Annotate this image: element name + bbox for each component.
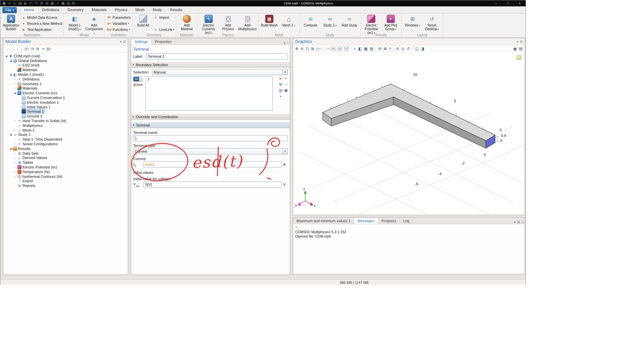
collapsed-arrow-icon[interactable]: ▷ bbox=[13, 166, 17, 168]
tab-progress[interactable]: Progress bbox=[378, 218, 400, 224]
open-file-icon[interactable]: ▭ bbox=[7, 1, 12, 6]
tree-item-definitions[interactable]: ▷≡Definitions bbox=[3, 77, 128, 82]
view-xy-icon[interactable]: xy bbox=[331, 47, 335, 51]
tree-item-initial-values-1[interactable]: Initial Values 1 bbox=[3, 105, 128, 109]
environment-icon[interactable]: ▤ bbox=[370, 46, 373, 51]
add-plot-group-button[interactable]: +Add Plot Group ▾ bbox=[381, 14, 400, 33]
hide-selected-icon[interactable]: ⊘ bbox=[396, 46, 399, 51]
tree-item-reports[interactable]: ▤Reports bbox=[3, 183, 128, 188]
active-toggle[interactable]: ON bbox=[133, 77, 142, 82]
panel-menu-icon[interactable]: ▾ bbox=[283, 41, 285, 45]
zoom-extents-icon[interactable]: ⊞ bbox=[311, 46, 314, 51]
selection-list-item[interactable]: 7 bbox=[146, 77, 272, 82]
add-multiphysics-button[interactable]: Add Multiphysics bbox=[238, 14, 257, 33]
tree-item-materials[interactable]: ▷Materials bbox=[3, 86, 128, 91]
duplicate-icon[interactable]: ▦ bbox=[50, 1, 55, 6]
add-to-selection-icon[interactable]: + bbox=[285, 77, 287, 80]
collapsed-arrow-icon[interactable]: ▷ bbox=[13, 78, 17, 81]
graphics-canvas[interactable]: 10500.400-2-4-6 z y x bbox=[293, 52, 525, 215]
transparency-all-icon[interactable]: ◫ bbox=[415, 46, 419, 51]
go-to-node-icon[interactable]: ⇥ bbox=[41, 47, 44, 51]
tree-item-esd-esd[interactable]: ∿ESD (esd) bbox=[3, 63, 128, 68]
electric-potential-ec-button[interactable]: Electric Potential (ec) ▾ bbox=[362, 14, 381, 33]
panel-detach-icon[interactable]: ⊟ bbox=[123, 40, 126, 43]
tab-properties[interactable]: Properties bbox=[152, 39, 175, 45]
mesh-1-button[interactable]: △Mesh 1 ▾ bbox=[279, 14, 298, 33]
zoom-in-icon[interactable]: ⊕ bbox=[295, 46, 299, 51]
application-builder-button[interactable]: AApplication Builder bbox=[2, 14, 20, 33]
tree-item-global-definitions[interactable]: ◢Global Definitions bbox=[3, 58, 128, 63]
create-selection-icon[interactable]: ▸ bbox=[280, 77, 282, 80]
model-tree-columns-icon[interactable]: ▥▾ bbox=[46, 47, 51, 51]
move-down-icon[interactable]: ↓ bbox=[21, 47, 23, 51]
go-to-default-view-icon[interactable]: ◇▾ bbox=[316, 46, 321, 51]
ribbon-tab-definitions[interactable]: Definitions bbox=[38, 6, 63, 13]
tab-maximum-and-minimum-values-1[interactable]: Maximum and minimum values 1 bbox=[293, 218, 354, 224]
tree-item-study-1[interactable]: ◢∞Study 1 bbox=[3, 133, 128, 137]
view-unhide-all-icon[interactable]: ◎ bbox=[401, 46, 405, 51]
section-boundary-selection[interactable]: ▾ Boundary Selection bbox=[131, 61, 290, 68]
collapsed-arrow-icon[interactable]: ▷ bbox=[13, 143, 17, 145]
functions-button[interactable]: f(x)Functions▾ bbox=[106, 27, 130, 32]
import-button[interactable]: ⇩Import bbox=[153, 15, 174, 20]
initial-voltage-input[interactable] bbox=[144, 182, 281, 188]
expanded-arrow-icon[interactable]: ◢ bbox=[13, 92, 17, 94]
parameters-button[interactable]: PiParameters bbox=[106, 15, 130, 20]
wireframe-rendering-icon[interactable]: ▦ bbox=[364, 46, 368, 51]
zoom-box-icon[interactable]: ⊡ bbox=[306, 46, 309, 51]
tab-log[interactable]: Log bbox=[400, 218, 413, 224]
add-study-button[interactable]: ∞Add Study bbox=[340, 14, 359, 33]
tree-item-ground-1[interactable]: Ground 1 bbox=[3, 114, 128, 118]
clear-messages-icon[interactable]: ✎ bbox=[295, 226, 298, 229]
ribbon-tab-physics[interactable]: Physics bbox=[111, 6, 131, 13]
terminal-name-input[interactable] bbox=[133, 135, 288, 141]
previous-node-icon[interactable]: ← bbox=[5, 47, 9, 51]
collapsed-arrow-icon[interactable]: ▷ bbox=[13, 119, 17, 122]
tree-item-terminal-1[interactable]: Terminal 1 bbox=[3, 109, 128, 114]
snapshot-icon[interactable]: ▣ bbox=[513, 46, 517, 51]
boundary-selection-list[interactable]: 7 bbox=[146, 77, 273, 111]
terminal-label-input[interactable] bbox=[146, 53, 288, 59]
copy-icon[interactable]: ⊞ bbox=[39, 1, 44, 6]
tab-messages[interactable]: Messages bbox=[354, 218, 378, 224]
collapsed-arrow-icon[interactable]: ▷ bbox=[13, 161, 17, 164]
collapsed-arrow-icon[interactable]: ▷ bbox=[13, 152, 17, 155]
windows-button[interactable]: ⊞Windows ▾ bbox=[403, 14, 422, 33]
tab-settings[interactable]: Settings bbox=[131, 39, 152, 45]
compute-button[interactable]: =Compute bbox=[301, 14, 320, 33]
redo-icon[interactable]: ↷ bbox=[34, 1, 39, 6]
move-up-icon[interactable]: ↑ bbox=[17, 47, 19, 51]
ribbon-tab-mesh[interactable]: Mesh bbox=[131, 6, 149, 13]
delete-icon[interactable]: × bbox=[55, 1, 60, 6]
panel-detach-icon[interactable]: ⊟ bbox=[517, 220, 520, 224]
tree-item-mesh-1[interactable]: ▷△Mesh 1 bbox=[3, 128, 128, 133]
orientation-icon[interactable]: ↓▾ bbox=[325, 47, 329, 51]
ribbon-tab-home[interactable]: Home bbox=[20, 6, 38, 13]
build-mesh-button[interactable]: ▦Build Mesh bbox=[260, 14, 279, 33]
panel-menu-icon[interactable]: ▾ bbox=[514, 220, 516, 224]
reset-desktop-button[interactable]: ↺Reset Desktop ▾ bbox=[423, 14, 441, 33]
remove-from-selection-icon[interactable]: − bbox=[285, 83, 287, 86]
add-physics-button[interactable]: Add Physics bbox=[219, 14, 237, 33]
expanded-arrow-icon[interactable]: ◢ bbox=[9, 133, 12, 136]
zoom-selected-icon[interactable]: ⌖ bbox=[389, 46, 391, 51]
deselect-entities-icon[interactable]: ⊠ bbox=[383, 46, 387, 51]
panel-pin-icon[interactable]: – bbox=[287, 41, 288, 45]
tree-item-electric-currents-ec[interactable]: ◢ϟElectric Currents (ec) bbox=[3, 91, 128, 95]
table-window-icon[interactable]: ▦ bbox=[61, 1, 65, 6]
minimize-button[interactable]: – bbox=[490, 0, 502, 6]
variables-button[interactable]: a=Variables▾ bbox=[106, 21, 130, 26]
collapsed-arrow-icon[interactable]: ▷ bbox=[13, 87, 17, 90]
expanded-arrow-icon[interactable]: ◢ bbox=[9, 59, 12, 62]
tree-item-geometry-1[interactable]: ▷Geometry 1 bbox=[3, 82, 128, 86]
ribbon-tab-study[interactable]: Study bbox=[149, 6, 166, 13]
select-entities-icon[interactable]: ⊟ bbox=[378, 46, 382, 51]
section-override-and-contribution[interactable]: ▸ Override and Contribution bbox=[131, 113, 290, 120]
clip-plane-icon[interactable]: ◨ bbox=[421, 46, 424, 51]
print-graphics-icon[interactable]: ▤ bbox=[519, 46, 523, 51]
tree-item-derived-values[interactable]: ▷∑Derived Values bbox=[3, 156, 128, 160]
plot-window-icon[interactable]: ▤ bbox=[66, 1, 71, 6]
study-1-button[interactable]: ∞Study 1 ▾ bbox=[321, 14, 339, 33]
tree-item-model-1-mod1[interactable]: ◢◧Model 1 (mod1) bbox=[3, 72, 128, 77]
tree-item-tables[interactable]: ▷▦Tables bbox=[3, 160, 128, 165]
